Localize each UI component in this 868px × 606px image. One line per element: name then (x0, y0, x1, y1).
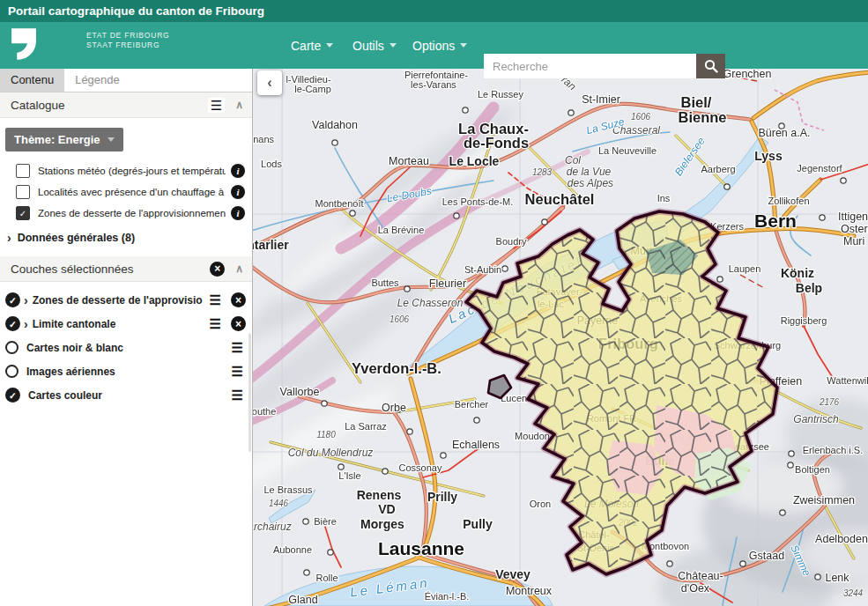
layer-visible-icon[interactable]: ✓ (5, 388, 20, 403)
map-label: Vevey (495, 567, 530, 581)
chevron-right-icon: › (7, 233, 11, 242)
map-label: Ornans (253, 134, 275, 144)
chevron-up-icon[interactable]: ∧ (235, 99, 243, 111)
caret-down-icon (389, 43, 397, 48)
search-input[interactable] (484, 54, 696, 78)
navbar: ETAT DE FRIBOURG STAAT FREIBURG Carte Ou… (0, 22, 868, 69)
remove-layer-icon[interactable]: × (231, 292, 246, 307)
map-label: Morteau (389, 155, 429, 167)
caret-down-icon (326, 43, 333, 48)
map-label: L'Isle (338, 470, 360, 481)
map-label: Ostermundigen (841, 223, 868, 235)
map-label: Le Locle (449, 154, 500, 168)
map-label: Cossonay (399, 462, 442, 473)
collapse-sidebar-button[interactable]: ‹ (257, 70, 282, 95)
checkbox-unchecked-icon[interactable] (16, 185, 30, 199)
map-label: Aubonne (273, 544, 312, 555)
catalogue-layer-row[interactable]: Stations météo (degrés-jours et températ… (0, 160, 252, 181)
info-icon[interactable]: i (231, 206, 245, 220)
map-label: Belp (796, 281, 822, 295)
checkbox-checked-icon[interactable]: ✓ (16, 206, 30, 220)
layer-visible-icon[interactable]: ✓ (5, 292, 20, 307)
map-label: Bienne (678, 109, 726, 125)
map-label: Büren a.A. (758, 127, 810, 139)
map-label: Wattenwil (827, 375, 868, 386)
chevron-up-icon[interactable]: ∧ (235, 262, 243, 275)
map-label: Le Chasseron (397, 297, 464, 309)
map-label: 1180 (316, 430, 336, 440)
map-label: Yverdon-l.-B. (352, 360, 441, 376)
map-label: Renens (357, 488, 402, 502)
selected-layers-header: Couches sélectionnées × ∧ (0, 256, 252, 282)
layer-hidden-icon[interactable] (5, 341, 19, 354)
map-label: La Sarraz (345, 421, 387, 432)
info-icon[interactable]: i (231, 185, 245, 199)
remove-layer-icon[interactable]: × (231, 316, 246, 331)
checkbox-unchecked-icon[interactable] (16, 164, 30, 178)
selected-layer-row[interactable]: ✓ › Zones de desserte de l'approvisionne… (0, 288, 252, 312)
menu-options[interactable]: Options (412, 22, 467, 69)
map-label: Riggisberg (781, 315, 827, 326)
map-label: Lenk (825, 572, 849, 584)
layer-hidden-icon[interactable] (5, 365, 19, 378)
menu-carte[interactable]: Carte (291, 22, 333, 69)
page-title: Portail cartographique du canton de Frib… (8, 4, 264, 18)
map-label: Boudry (496, 236, 527, 247)
layer-menu-icon[interactable]: ☰ (229, 388, 246, 403)
map-label: Prilly (427, 490, 457, 504)
layer-menu-icon[interactable]: ☰ (207, 292, 224, 307)
layer-menu-icon[interactable]: ☰ (229, 340, 246, 355)
map-label: Köniz (781, 266, 814, 280)
catalogue-layer-row[interactable]: ✓ Zones de desserte de l'approvisionneme… (0, 203, 252, 224)
map-label: Laupen (729, 263, 761, 274)
map-label: Pully (463, 517, 493, 531)
catalogue-layer-row[interactable]: Localités avec présence d'un chauffage à… (0, 181, 252, 203)
search-icon (704, 59, 718, 73)
map-label: Muri (843, 235, 864, 248)
map-canvas: l-Villedieu-le-CampPierrefontaine-les-Va… (253, 63, 868, 606)
chevron-right-icon[interactable]: › (24, 296, 28, 305)
search-button[interactable] (696, 54, 725, 78)
map-label: Le Brassus (263, 484, 313, 495)
map-label: Bern (754, 211, 797, 231)
selected-layer-row[interactable]: Images aériennes ☰ (0, 359, 252, 383)
map-label: Mouthe (253, 406, 276, 417)
layer-visible-icon[interactable]: ✓ (5, 316, 20, 331)
map-label: le-Camp (294, 84, 331, 94)
layer-menu-icon[interactable]: ☰ (229, 364, 246, 379)
map-label: Le Russey (478, 89, 523, 100)
menu-outils[interactable]: Outils (352, 22, 397, 69)
selected-layer-row[interactable]: ✓ Cartes couleur ☰ (0, 383, 252, 407)
map-label: 1446 (269, 499, 289, 508)
layer-menu-icon[interactable]: ☰ (207, 316, 224, 331)
sidebar-scrollbar[interactable] (249, 333, 251, 452)
map-viewport[interactable]: ‹ (253, 63, 868, 606)
map-label: Boltigen (795, 464, 830, 475)
map-label: Grenchen (723, 68, 772, 80)
menu-icon[interactable]: ☰ (208, 98, 225, 113)
map-label: Montbenoît (315, 198, 363, 209)
tab-legende[interactable]: Légende (64, 69, 130, 92)
map-label: Les Ponts-de-M. (442, 196, 514, 207)
tab-contenu[interactable]: Contenu (0, 69, 64, 92)
map-label: Adelboden (815, 533, 868, 545)
chevron-right-icon[interactable]: › (24, 320, 28, 329)
theme-select-button[interactable]: Thème: Energie (5, 128, 123, 152)
info-icon[interactable]: i (231, 164, 245, 178)
spacer (0, 282, 252, 288)
map-label: Orbe (382, 402, 406, 414)
map-label: Marchairuz (253, 521, 292, 533)
selected-layer-row[interactable]: ✓ › Limite cantonale ☰ × (0, 312, 252, 336)
search-box (484, 54, 725, 78)
map-label: Aarberg (701, 164, 735, 174)
group-donnees-generales[interactable]: › Données générales (8) (0, 224, 252, 248)
map-label: La Neuveville (598, 145, 657, 156)
map-label: 2176 (819, 397, 840, 407)
title-bar: Portail cartographique du canton de Frib… (0, 0, 868, 22)
close-all-icon[interactable]: × (210, 262, 225, 277)
map-label: Buttes (371, 277, 399, 288)
map-label: Évian-l.-B. (425, 591, 470, 602)
map-label: Morges (360, 517, 404, 531)
map-label: 3244 (843, 588, 864, 598)
selected-layer-row[interactable]: Cartes noir & blanc ☰ (0, 336, 252, 359)
